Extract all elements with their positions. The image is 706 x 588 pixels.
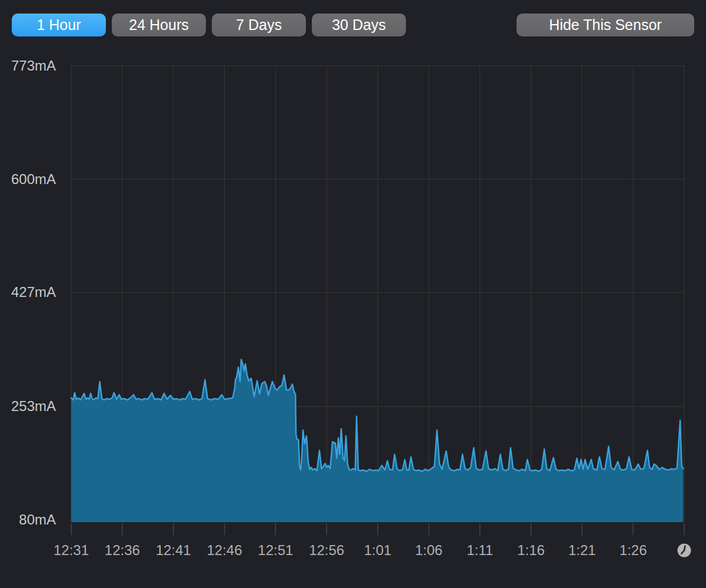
x-axis-label: 1:26 xyxy=(601,543,665,557)
clock-icon[interactable] xyxy=(676,542,692,559)
sensor-current-chart: 80mA253mA427mA600mA773mA 12:3112:3612:41… xyxy=(0,0,706,588)
y-axis-label: 80mA xyxy=(0,513,56,527)
chart-plot-area xyxy=(0,0,706,588)
y-axis-label: 427mA xyxy=(0,285,56,299)
y-axis-label: 600mA xyxy=(0,172,56,186)
y-axis-label: 253mA xyxy=(0,399,56,413)
y-axis-label: 773mA xyxy=(0,59,56,73)
